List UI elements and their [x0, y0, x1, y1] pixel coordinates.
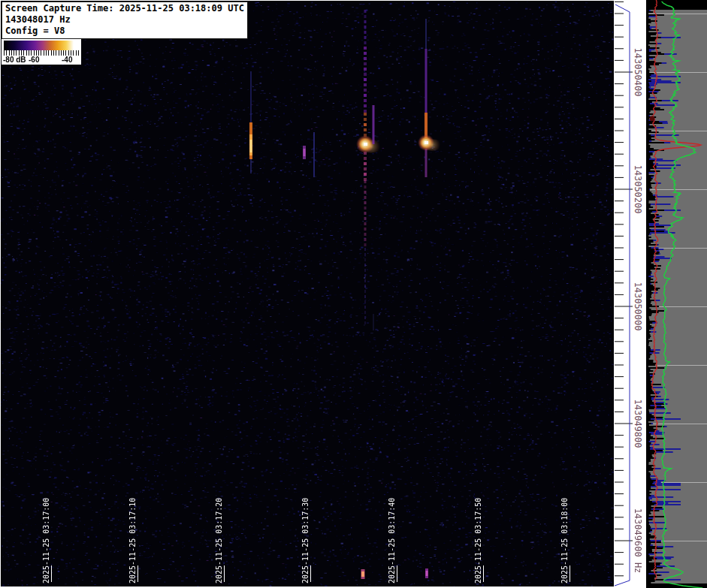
color-scale-gradient: [4, 41, 79, 50]
color-scale-ticks: [4, 50, 79, 56]
center-frequency-text: 143048017 Hz: [5, 14, 244, 26]
spectrum-lab-capture: Screen Capture Time: 2025-11-25 03:18:09…: [0, 0, 707, 588]
spectrum-panel-plot: [646, 0, 707, 588]
time-tick: [397, 565, 397, 582]
capture-info-box: Screen Capture Time: 2025-11-25 03:18:09…: [2, 2, 248, 39]
frequency-label: 143050400: [633, 47, 643, 96]
time-label: 2025-11-25 03:17:10: [128, 498, 137, 583]
capture-time-text: Screen Capture Time: 2025-11-25 03:18:09…: [5, 3, 244, 14]
time-label: 2025-11-25 03:17:30: [301, 498, 310, 583]
time-tick: [224, 565, 225, 582]
frequency-label: 143050000: [633, 282, 643, 330]
frequency-label: 143049600 Hz: [633, 508, 643, 574]
time-label: 2025-11-25 03:17:50: [474, 498, 483, 583]
time-tick: [483, 565, 484, 582]
color-scale-legend: -80 dB -60 -40: [2, 39, 81, 65]
time-label: 2025-11-25 03:18:00: [560, 498, 570, 583]
scale-label-max: -40: [62, 56, 72, 65]
time-tick: [310, 565, 311, 582]
scale-label-min: -80 dB: [3, 56, 26, 65]
time-label: 2025-11-25 03:17:00: [42, 498, 51, 583]
time-label: 2025-11-25 03:17:20: [215, 498, 224, 583]
border-top: [0, 0, 614, 1]
spectrogram-waterfall: Screen Capture Time: 2025-11-25 03:18:09…: [0, 0, 614, 588]
frequency-label: 143049800: [633, 399, 643, 448]
time-tick: [570, 565, 570, 582]
time-tick: [137, 565, 138, 582]
config-text: Config = V8: [5, 26, 244, 37]
frequency-axis: 1430504001430502001430500001430498001430…: [614, 0, 646, 588]
border-left: [0, 0, 1, 588]
time-tick: [51, 565, 52, 582]
time-label: 2025-11-25 03:17:40: [388, 498, 397, 583]
color-scale-labels: -80 dB -60 -40: [2, 56, 81, 65]
scale-label-mid: -60: [29, 56, 39, 65]
frequency-label: 143050200: [633, 164, 643, 213]
